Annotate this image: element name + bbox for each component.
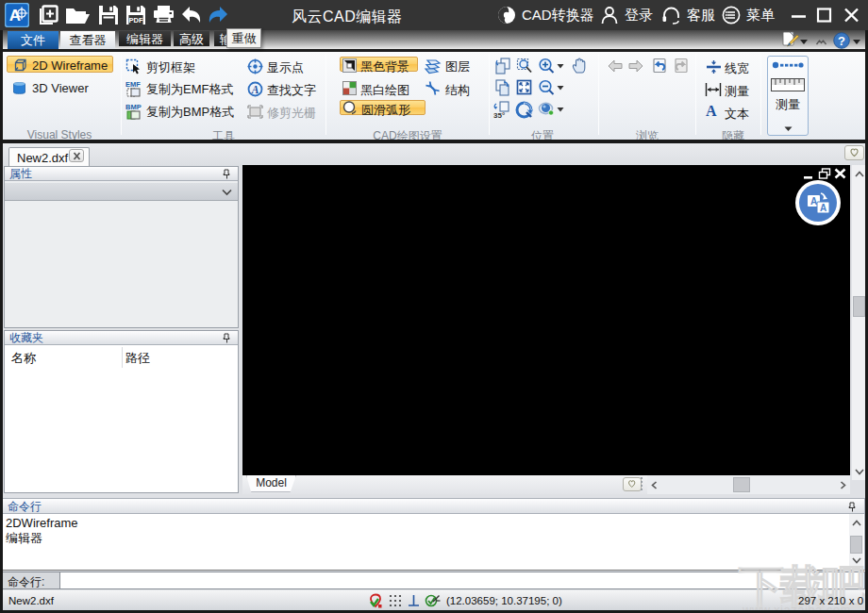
svg-text:A: A (820, 203, 826, 213)
svg-text:35°: 35° (493, 111, 505, 120)
svg-text:BMP: BMP (125, 103, 142, 111)
svg-text:A: A (810, 196, 817, 207)
svg-text:EMF: EMF (125, 80, 141, 89)
svg-text:A: A (251, 84, 259, 95)
svg-text:?: ? (838, 34, 845, 48)
svg-text:PDF: PDF (129, 16, 143, 25)
